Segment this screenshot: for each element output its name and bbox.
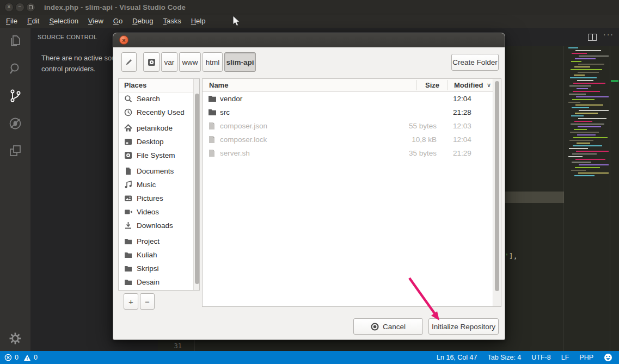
path-segment-slim-api[interactable]: slim-api xyxy=(224,52,256,72)
download-icon xyxy=(124,221,132,230)
activity-bar xyxy=(0,28,30,351)
file-row-composer-json[interactable]: composer.json 55 bytes 12:03 xyxy=(203,119,501,133)
menu-file[interactable]: File xyxy=(1,15,22,28)
clock-icon xyxy=(124,108,132,116)
menu-selection[interactable]: Selection xyxy=(44,15,83,28)
status-bar: 0 0 Ln 16, Col 47 Tab Size: 4 UTF-8 LF P… xyxy=(0,351,619,364)
dialog-close-button[interactable]: × xyxy=(119,35,128,45)
title-bar: × − index.php - slim-api - Visual Studio… xyxy=(0,0,619,15)
warnings-count[interactable]: 0 xyxy=(34,354,38,361)
drive-icon xyxy=(148,58,156,66)
add-place-button[interactable]: + xyxy=(124,293,138,310)
feedback-smiley-icon[interactable] xyxy=(604,353,612,362)
place-file-system[interactable]: File System xyxy=(119,149,194,162)
file-list-scrollbar-thumb[interactable] xyxy=(495,81,499,291)
path-root-button[interactable] xyxy=(143,52,160,72)
split-editor-icon[interactable] xyxy=(588,34,597,41)
more-actions-icon[interactable]: ··· xyxy=(603,30,614,39)
column-modified[interactable]: Modified xyxy=(454,79,483,91)
menu-view[interactable]: View xyxy=(83,15,108,28)
place-clipped-item[interactable] xyxy=(119,289,194,290)
warnings-icon[interactable] xyxy=(23,354,31,361)
place-search[interactable]: Search xyxy=(119,92,194,106)
cancel-button[interactable]: Cancel xyxy=(353,318,423,335)
folder-icon xyxy=(124,237,132,245)
path-segment-www[interactable]: www xyxy=(179,52,201,72)
search-icon[interactable] xyxy=(8,61,22,76)
line-number: 31 xyxy=(169,342,182,350)
file-list-scrollbar[interactable] xyxy=(493,79,501,306)
place-recently-used[interactable]: Recently Used xyxy=(119,106,194,119)
settings-gear-icon[interactable] xyxy=(8,331,22,346)
errors-icon[interactable] xyxy=(4,354,12,361)
pencil-icon xyxy=(125,58,133,66)
place-documents[interactable]: Documents xyxy=(119,164,194,178)
folder-icon xyxy=(208,95,217,102)
status-language[interactable]: PHP xyxy=(579,354,593,361)
place-home[interactable]: petanikode xyxy=(119,121,194,135)
folder-icon xyxy=(124,264,132,273)
menu-help[interactable]: Help xyxy=(186,15,211,28)
desktop-icon xyxy=(124,138,132,146)
file-row-composer-lock[interactable]: composer.lock 10,8 kB 12:04 xyxy=(203,133,501,146)
errors-count[interactable]: 0 xyxy=(15,354,19,361)
menu-edit[interactable]: Edit xyxy=(22,15,44,28)
status-eol[interactable]: LF xyxy=(561,354,569,361)
file-row-vendor[interactable]: vendor 12:04 xyxy=(203,92,501,106)
folder-icon xyxy=(124,251,132,259)
minimap[interactable] xyxy=(565,47,609,211)
home-icon xyxy=(124,124,132,132)
place-desktop[interactable]: Desktop xyxy=(119,135,194,149)
column-name[interactable]: Name xyxy=(209,79,228,91)
file-icon xyxy=(208,122,216,130)
file-row-server-sh[interactable]: server.sh 35 bytes 21:29 xyxy=(203,146,501,160)
column-divider[interactable] xyxy=(448,80,448,90)
sort-chevron-down-icon[interactable]: ∨ xyxy=(487,79,491,91)
path-segment-var[interactable]: var xyxy=(161,52,177,72)
path-segment-html[interactable]: html xyxy=(203,52,223,72)
place-kuliah[interactable]: Kuliah xyxy=(119,248,194,262)
column-size[interactable]: Size xyxy=(417,79,448,91)
menu-tasks[interactable]: Tasks xyxy=(158,15,186,28)
place-videos[interactable]: Videos xyxy=(119,205,194,219)
document-icon xyxy=(124,167,132,175)
file-list-header: Name Size Modified ∨ xyxy=(203,79,501,92)
file-row-src[interactable]: src 21:28 xyxy=(203,106,501,119)
window-close-button[interactable]: × xyxy=(4,3,14,12)
place-project[interactable]: Project xyxy=(119,235,194,248)
place-music[interactable]: Music xyxy=(119,178,194,192)
cancel-icon xyxy=(371,323,379,331)
places-scrollbar-thumb[interactable] xyxy=(195,94,199,284)
type-location-button[interactable] xyxy=(121,52,137,72)
vscode-window: × − index.php - slim-api - Visual Studio… xyxy=(0,0,619,364)
window-maximize-button[interactable] xyxy=(26,3,35,12)
panel-title: SOURCE CONTROL xyxy=(38,34,97,40)
places-list: Search Recently Used petanikode Desktop … xyxy=(119,92,194,290)
picture-icon xyxy=(124,194,132,202)
menu-debug[interactable]: Debug xyxy=(127,15,158,28)
status-line-col[interactable]: Ln 16, Col 47 xyxy=(437,354,477,361)
menu-go[interactable]: Go xyxy=(108,15,127,28)
places-scrollbar[interactable] xyxy=(193,79,199,290)
code-fragment: '], xyxy=(505,252,517,260)
remove-place-button[interactable]: − xyxy=(140,293,155,310)
place-skripsi[interactable]: Skripsi xyxy=(119,262,194,275)
file-icon xyxy=(208,135,216,144)
window-minimize-button[interactable]: − xyxy=(15,3,24,12)
place-downloads[interactable]: Downloads xyxy=(119,219,194,232)
status-tab-size[interactable]: Tab Size: 4 xyxy=(487,354,521,361)
extensions-icon[interactable] xyxy=(8,144,22,158)
create-folder-button[interactable]: Create Folder xyxy=(451,54,499,71)
dialog-title-bar[interactable]: × xyxy=(113,33,505,47)
place-desain[interactable]: Desain xyxy=(119,275,194,289)
drive-icon xyxy=(124,151,132,159)
places-header: Places xyxy=(119,79,199,92)
file-rows: vendor 12:04 src 21:28 composer.json 55 … xyxy=(203,92,501,160)
debug-icon[interactable] xyxy=(8,116,22,131)
source-control-icon[interactable] xyxy=(8,89,22,103)
status-encoding[interactable]: UTF-8 xyxy=(531,354,550,361)
initialize-repository-button[interactable]: Initialize Repository xyxy=(428,318,499,335)
place-pictures[interactable]: Pictures xyxy=(119,192,194,205)
initialize-repository-dialog: × var www html slim-api Create Folder Pl… xyxy=(113,33,505,340)
explorer-icon[interactable] xyxy=(8,34,22,48)
